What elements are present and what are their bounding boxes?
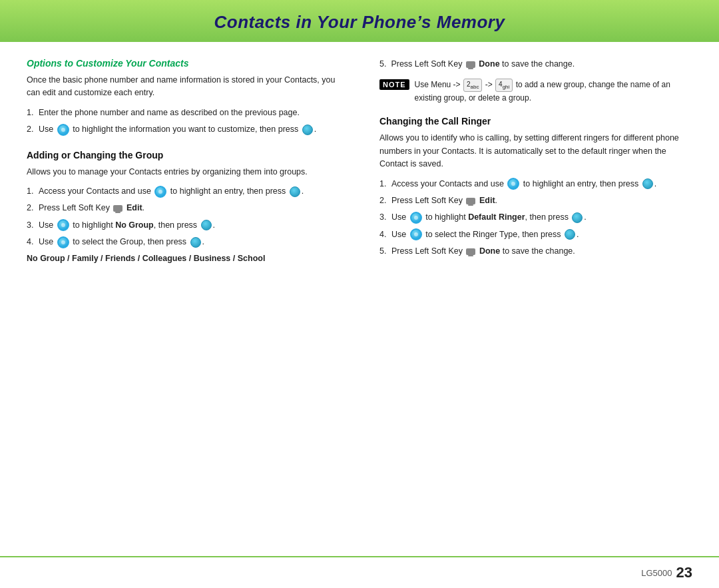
softkey-icon <box>466 198 475 204</box>
groups-line: No Group / Family / Friends / Colleagues… <box>27 252 340 265</box>
section3-steps: 1. Access your Contacts and use to highl… <box>379 178 692 258</box>
nav-icon <box>57 236 69 248</box>
softkey-icon <box>466 61 475 68</box>
list-item: 1. Access your Contacts and use to highl… <box>379 178 692 190</box>
section2-intro: Allows you to manage your Contacts entri… <box>27 166 340 178</box>
left-column: Options to Customize Your Contacts Once … <box>27 58 353 556</box>
step5-line: 5. Press Left Soft Key Done to save the … <box>379 58 692 71</box>
nav-icon <box>57 124 69 136</box>
section3-title: Changing the Call Ringer <box>379 116 692 127</box>
list-item: 2. Press Left Soft Key Edit. <box>379 194 692 207</box>
section1-steps: 1. Enter the phone number and name as de… <box>27 107 340 137</box>
list-item: 5. Press Left Soft Key Done to save the … <box>379 245 692 258</box>
center-btn-icon <box>572 212 583 223</box>
section1-title: Options to Customize Your Contacts <box>27 58 340 69</box>
section3-intro: Allows you to identify who is calling, b… <box>379 132 692 170</box>
softkey-icon <box>113 205 122 212</box>
footer-page: 23 <box>676 564 692 581</box>
center-btn-icon <box>201 220 212 230</box>
nav-icon <box>507 178 519 190</box>
note-box: NOTE Use Menu -> 2abc -> 4ghi to add a n… <box>379 79 692 104</box>
nav-icon <box>154 186 166 198</box>
key-2abc: 2abc <box>463 79 482 92</box>
section2-steps: 1. Access your Contacts and use to highl… <box>27 185 340 249</box>
right-column: 5. Press Left Soft Key Done to save the … <box>373 58 692 556</box>
section1-intro: Once the basic phone number and name inf… <box>27 74 340 100</box>
center-btn-icon <box>642 178 653 189</box>
center-btn-icon <box>565 229 575 240</box>
list-item: 1. Access your Contacts and use to highl… <box>27 185 340 198</box>
content-area: Options to Customize Your Contacts Once … <box>0 42 719 556</box>
section2-title: Adding or Changing the Group <box>27 150 340 160</box>
note-label: NOTE <box>379 79 409 90</box>
key-4ghi: 4ghi <box>495 79 513 92</box>
footer: LG5000 23 <box>0 556 719 588</box>
step5-number: 5. <box>379 59 386 69</box>
page: Contacts in Your Phone’s Memory Options … <box>0 0 719 588</box>
list-item: 3. Use to highlight Default Ringer, then… <box>379 211 692 224</box>
list-item: 4. Use to select the Ringer Type, then p… <box>379 228 692 241</box>
section3: Changing the Call Ringer Allows you to i… <box>379 116 692 258</box>
center-btn-icon <box>190 237 201 248</box>
list-item: 1. Enter the phone number and name as de… <box>27 107 340 119</box>
list-item: 4. Use to select the Group, then press . <box>27 236 340 248</box>
nav-icon <box>57 219 69 231</box>
note-text: Use Menu -> 2abc -> 4ghi to add a new gr… <box>415 79 692 104</box>
center-btn-icon <box>290 186 300 197</box>
footer-model: LG5000 <box>641 568 672 578</box>
list-item: 2. Press Left Soft Key Edit. <box>27 202 340 214</box>
page-header: Contacts in Your Phone’s Memory <box>0 0 719 42</box>
nav-icon <box>410 228 422 240</box>
page-title: Contacts in Your Phone’s Memory <box>27 12 692 33</box>
center-btn-icon <box>302 125 313 135</box>
list-item: 2. Use to highlight the information you … <box>27 123 340 136</box>
list-item: 3. Use to highlight No Group, then press… <box>27 219 340 232</box>
section2: Adding or Changing the Group Allows you … <box>27 150 340 266</box>
nav-icon <box>410 212 422 224</box>
softkey-icon <box>466 248 475 255</box>
